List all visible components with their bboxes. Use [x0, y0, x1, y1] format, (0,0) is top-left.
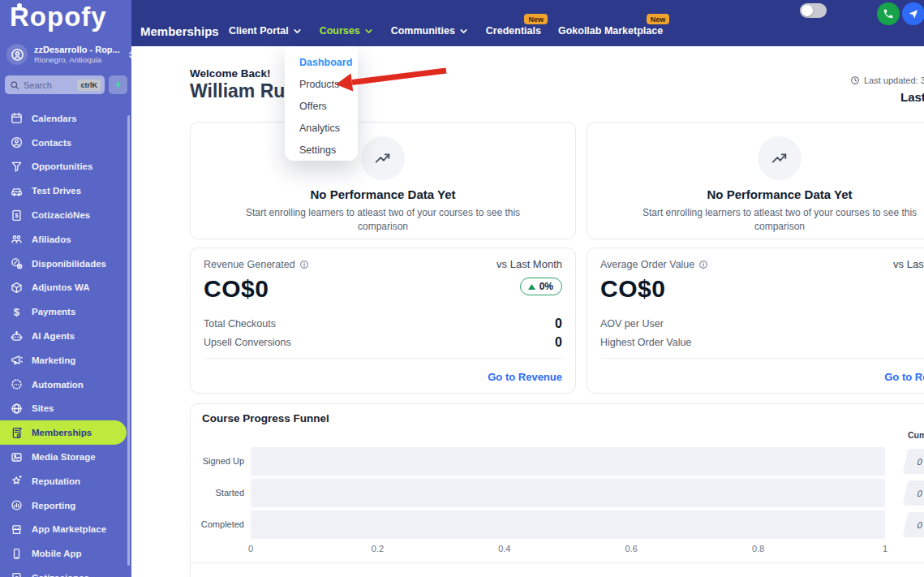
performance-card-left: No Performance Data Yet Start enrolling …	[190, 122, 576, 239]
sidebar-item-opportunities[interactable]: Opportunities	[0, 155, 131, 179]
aov-card-title: Average Order Value	[600, 259, 694, 270]
trend-up-icon	[374, 149, 392, 167]
brand-logo[interactable]: Ropofy	[10, 2, 107, 32]
funnel-bar-track	[251, 510, 885, 539]
funnel-category-label: Started	[191, 488, 244, 497]
app-marketplace-icon	[11, 523, 23, 536]
sidebar-item-reporting[interactable]: Reporting	[0, 493, 131, 518]
sidebar-item-calendars[interactable]: Calendars	[0, 106, 131, 131]
empty-state-title: No Performance Data Yet	[587, 187, 924, 201]
stat-row: Highest Order Value	[600, 333, 924, 351]
sidebar-item-label: Contacts	[32, 138, 71, 148]
sidebar-item-payments[interactable]: Payments	[0, 299, 131, 324]
divider	[600, 358, 924, 359]
search-input[interactable]: Search ctrlK	[5, 75, 105, 94]
sidebar-scrollbar[interactable]	[127, 115, 131, 566]
avatar-icon	[11, 48, 24, 62]
sidebar-item-label: Adjuntos WA	[32, 282, 90, 292]
nav-item-credentials[interactable]: CredentialsNew	[486, 25, 541, 37]
stat-row-label: Total Checkouts	[204, 318, 276, 329]
nav-item-label: Client Portal	[229, 25, 289, 37]
change-badge-value: 0%	[539, 281, 553, 292]
phone-button[interactable]	[877, 2, 900, 25]
menu-item-settings[interactable]: Settings	[285, 140, 358, 161]
info-icon[interactable]	[299, 260, 309, 269]
availability-icon	[11, 257, 23, 269]
trend-icon-circle	[361, 136, 405, 180]
nav-item-communities[interactable]: Communities	[391, 25, 469, 37]
nav-item-courses[interactable]: Courses	[320, 25, 374, 37]
funnel-bar-track	[251, 479, 885, 507]
go-to-revenue-link[interactable]: Go to Revenue	[884, 371, 924, 383]
funnel-bar-track	[251, 447, 885, 476]
cumulative-value: 0	[917, 489, 924, 498]
sidebar-item-label: Cotizaciones	[32, 573, 89, 577]
user-name-heading: William Ru	[190, 80, 285, 102]
sidebar-item-label: Test Drives	[32, 186, 81, 196]
sidebar-item-sites[interactable]: Sites	[0, 397, 131, 421]
theme-toggle[interactable]	[800, 3, 827, 18]
sidebar-item-label: Reporting	[32, 501, 75, 510]
revenue-card-title: Revenue Generated	[204, 259, 295, 270]
sidebar-item-automation[interactable]: Automation	[0, 372, 131, 397]
sidebar-item-reputation[interactable]: Reputation	[0, 469, 131, 493]
sidebar: Ropofy zzDesarrollo - Rop... Rionegro, A…	[0, 0, 131, 577]
mobile-app-icon	[11, 548, 23, 560]
new-badge: New	[647, 14, 670, 24]
toggle-knob	[802, 5, 813, 16]
quick-action-button[interactable]	[109, 75, 127, 94]
sidebar-item-label: Mobile App	[32, 549, 82, 558]
main-content: Welcome Back! William Ru Last updated: 3…	[131, 46, 924, 577]
attachment-box-icon	[11, 282, 23, 294]
sidebar-item-label: Marketing	[32, 355, 75, 365]
nav-item-gokollab-marketplace[interactable]: Gokollab MarketplaceNew	[558, 25, 663, 37]
sidebar-item-marketing[interactable]: Marketing	[0, 348, 131, 372]
menu-item-offers[interactable]: Offers	[285, 96, 358, 118]
compare-label: vs Last Month	[893, 258, 924, 270]
sidebar-item-label: Opportunities	[32, 161, 92, 171]
stat-row: Total Checkouts 0	[204, 314, 562, 333]
sidebar-item-mobile-app[interactable]: Mobile App	[0, 541, 131, 566]
brand-logo-text: Ropofy	[10, 2, 107, 32]
sidebar-item-label: Afiliados	[32, 235, 71, 244]
logo-dot	[17, 3, 22, 8]
launcher-button[interactable]	[902, 2, 924, 25]
search-shortcut-badge: ctrlK	[77, 80, 101, 91]
sidebar-item-label: Reputation	[32, 476, 80, 486]
sidebar-item-afiliados[interactable]: Afiliados	[0, 227, 131, 252]
nav-item-label: Communities	[391, 25, 455, 37]
aov-value: CO$0	[600, 275, 924, 303]
sidebar-item-adjuntos-wa[interactable]: Adjuntos WA	[0, 276, 131, 300]
sidebar-item-app-marketplace[interactable]: App Marketplace	[0, 518, 131, 542]
phone-icon	[883, 8, 894, 19]
triangle-up-icon	[527, 283, 536, 291]
search-row: Search ctrlK	[5, 75, 127, 94]
sidebar-item-label: Memberships	[32, 428, 92, 437]
stat-row-label: Upsell Conversions	[204, 337, 291, 348]
sidebar-item-disponibilidades[interactable]: Disponibilidades	[0, 252, 131, 276]
nav-item-client-portal[interactable]: Client Portal	[229, 25, 303, 37]
sidebar-item-memberships[interactable]: Memberships	[0, 420, 127, 445]
sidebar-item-media-storage[interactable]: Media Storage	[0, 445, 131, 469]
info-icon[interactable]	[698, 260, 708, 269]
launcher-icon	[908, 8, 919, 19]
nav-item-label: Credentials	[486, 25, 541, 37]
sidebar-item-label: Sites	[32, 403, 54, 413]
sidebar-item-contacts[interactable]: Contacts	[0, 131, 131, 155]
last-updated-text: Last updated: 39	[864, 75, 924, 85]
nav-item-label: Gokollab Marketplace	[558, 25, 663, 37]
sidebar-item-cotizaciones[interactable]: Cotizaciones	[0, 566, 131, 577]
go-to-revenue-link[interactable]: Go to Revenue	[488, 371, 562, 383]
date-range-selector[interactable]: Last	[900, 90, 924, 104]
divider	[204, 358, 562, 359]
sidebar-item-ai-agents[interactable]: AI Agents	[0, 324, 131, 348]
account-switcher[interactable]: zzDesarrollo - Rop... Rionegro, Antioqui…	[6, 44, 127, 65]
car-icon	[11, 185, 23, 197]
sidebar-item-cotizaci-nes[interactable]: CotizacióNes	[0, 203, 131, 227]
cumulative-column-header: Cum	[908, 430, 924, 440]
sidebar-item-test-drives[interactable]: Test Drives	[0, 179, 131, 203]
menu-item-analytics[interactable]: Analytics	[285, 118, 358, 140]
search-icon	[10, 80, 19, 90]
stat-row-label: AOV per User	[600, 318, 664, 329]
media-storage-icon	[11, 451, 23, 463]
